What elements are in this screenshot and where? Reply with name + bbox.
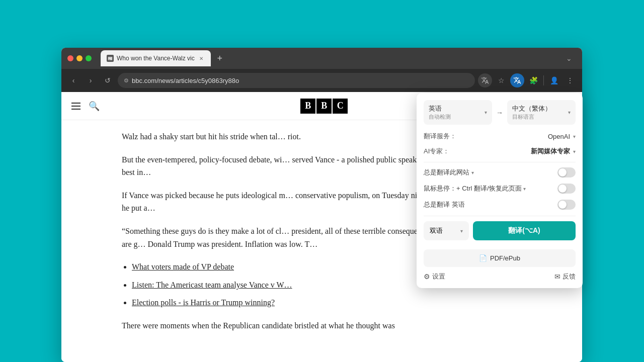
bbc-left: 🔍	[71, 101, 100, 112]
settings-button[interactable]: ⚙ 设置	[424, 272, 445, 281]
tab-bar: 📰 Who won the Vance-Walz vic ✕ +	[101, 50, 227, 66]
feedback-button[interactable]: ✉ 反馈	[554, 272, 576, 281]
separator-2	[424, 216, 576, 216]
expert-setting-row: AI专家： 新闻媒体专家 ▾	[424, 147, 576, 156]
translate-button[interactable]: 翻译(⌥A)	[473, 221, 576, 240]
source-language-sub: 自动检测	[429, 113, 451, 121]
search-button[interactable]: 🔍	[89, 101, 100, 112]
hover-translate-row: 鼠标悬停：+ Ctrl 翻译/恢复此页面 ▾	[424, 184, 576, 194]
always-translate-chevron: ▾	[471, 170, 474, 175]
bilingual-label: 双语	[430, 226, 443, 235]
hover-translate-toggle[interactable]	[557, 184, 576, 194]
extensions-button[interactable]: 🧩	[526, 73, 540, 87]
language-selector-row: 英语 自动检测 ▾ → 中文（繁体） 目标语言 ▾	[424, 100, 576, 125]
pdf-label: PDF/ePub	[490, 254, 520, 262]
always-translate-site-toggle[interactable]	[557, 167, 576, 177]
bbc-logo: B B C	[300, 99, 348, 114]
list-item: What voters made of VP debate	[132, 260, 444, 274]
service-selector[interactable]: OpenAI ▾	[548, 133, 576, 140]
article-link-2[interactable]: Listen: The Americast team analyse Vance…	[132, 281, 292, 289]
lock-icon: ⚙	[124, 77, 129, 84]
translate-action-row: 双语 ▾ 翻译(⌥A)	[424, 221, 576, 240]
new-tab-button[interactable]: +	[213, 51, 227, 65]
pdf-icon: 📄	[479, 254, 487, 262]
pdf-epub-button[interactable]: 📄 PDF/ePub	[424, 249, 576, 267]
service-chevron: ▾	[573, 134, 576, 139]
article-paragraph-2: But the even-tempered, policy-focused de…	[122, 153, 434, 179]
gear-icon: ⚙	[424, 273, 430, 281]
hamburger-menu[interactable]	[71, 103, 80, 110]
hamburger-line	[71, 103, 80, 104]
hamburger-line	[71, 109, 80, 110]
service-setting-row: 翻译服务： OpenAI ▾	[424, 132, 576, 141]
source-lang-chevron: ▾	[485, 110, 487, 115]
service-label: 翻译服务：	[424, 132, 456, 141]
hover-translate-chevron: ▾	[523, 186, 526, 192]
article-paragraph-4: “Something these guys do is they make a …	[122, 225, 434, 250]
tab-favicon: 📰	[107, 55, 114, 62]
address-bar[interactable]: ⚙ bbc.com/news/articles/c5y0863ry88o	[118, 73, 475, 88]
source-language-selector[interactable]: 英语 自动检测 ▾	[424, 100, 492, 125]
always-translate-lang-toggle[interactable]	[557, 200, 576, 210]
star-button[interactable]: ☆	[494, 73, 508, 87]
toolbar-divider	[543, 75, 544, 85]
service-value: OpenAI	[548, 133, 570, 140]
menu-button[interactable]: ⋮	[563, 73, 577, 87]
expert-chevron: ▾	[573, 149, 576, 154]
tab-title: Who won the Vance-Walz vic	[117, 55, 195, 62]
bbc-letter-b2: B	[316, 99, 332, 114]
bilingual-selector[interactable]: 双语 ▾	[424, 221, 469, 240]
reload-button[interactable]: ↺	[101, 73, 115, 87]
bilingual-chevron: ▾	[460, 228, 463, 234]
target-language-name: 中文（繁体）	[512, 104, 551, 113]
expert-label: AI专家：	[424, 147, 449, 156]
always-translate-site-row: 总是翻译此网站 ▾	[424, 167, 576, 177]
list-item: Listen: The Americast team analyse Vance…	[132, 279, 444, 292]
hamburger-line	[71, 106, 80, 107]
always-translate-lang-label: 总是翻译 英语	[424, 200, 557, 209]
maximize-button[interactable]	[86, 55, 92, 61]
article-links-list: What voters made of VP debate Listen: Th…	[132, 260, 444, 309]
list-item: Election polls - is Harris or Trump winn…	[132, 296, 444, 309]
article-paragraph-1: Walz had a shaky start but hit his strid…	[122, 130, 434, 143]
tab-close-button[interactable]: ✕	[198, 55, 205, 62]
article-paragraph-3: If Vance was picked because he puts ideo…	[122, 189, 434, 215]
title-bar: 📰 Who won the Vance-Walz vic ✕ + ⌄	[61, 48, 582, 69]
translate-toolbar-icon[interactable]	[478, 73, 492, 87]
always-translate-lang-row: 总是翻译 英语	[424, 200, 576, 210]
bbc-letter-b1: B	[300, 99, 315, 114]
separator-1	[424, 162, 576, 162]
popup-footer: ⚙ 设置 ✉ 反馈	[424, 272, 576, 281]
article-paragraph-5: There were moments when the Republican c…	[122, 319, 434, 332]
omnibox-bar: ‹ › ↺ ⚙ bbc.com/news/articles/c5y0863ry8…	[61, 69, 582, 92]
url-text: bbc.com/news/articles/c5y0863ry88o	[132, 77, 239, 84]
hover-translate-label: 鼠标悬停：+ Ctrl 翻译/恢复此页面 ▾	[424, 184, 557, 193]
profile-button[interactable]: 👤	[547, 73, 561, 87]
minimize-button[interactable]	[76, 55, 83, 61]
target-lang-chevron: ▾	[568, 110, 571, 115]
traffic-lights	[67, 55, 92, 61]
expert-selector[interactable]: 新闻媒体专家 ▾	[531, 147, 576, 156]
target-language-selector[interactable]: 中文（繁体） 目标语言 ▾	[507, 100, 576, 125]
settings-label: 设置	[432, 272, 445, 281]
target-language-sub: 目标语言	[512, 113, 551, 121]
article-link-3[interactable]: Election polls - is Harris or Trump winn…	[132, 298, 275, 307]
expand-button[interactable]: ⌄	[562, 51, 576, 65]
translation-popup: 英语 自动检测 ▾ → 中文（繁体） 目标语言 ▾ 翻译服务： OpenAI ▾…	[417, 93, 583, 288]
back-button[interactable]: ‹	[66, 73, 80, 87]
source-language-name: 英语	[429, 104, 451, 113]
translate-active-button[interactable]	[510, 73, 524, 87]
article-link-1[interactable]: What voters made of VP debate	[132, 262, 234, 271]
close-button[interactable]	[67, 55, 73, 61]
bbc-letter-c: C	[333, 99, 348, 114]
forward-button[interactable]: ›	[84, 73, 98, 87]
toolbar-icons: ☆ 🧩 👤 ⋮	[478, 73, 577, 87]
active-tab[interactable]: 📰 Who won the Vance-Walz vic ✕	[101, 50, 211, 66]
always-translate-site-label: 总是翻译此网站 ▾	[424, 168, 557, 177]
expert-value: 新闻媒体专家	[531, 147, 570, 156]
feedback-label: 反馈	[562, 272, 576, 281]
mail-icon: ✉	[554, 273, 560, 281]
lang-arrow-icon: →	[496, 109, 503, 117]
